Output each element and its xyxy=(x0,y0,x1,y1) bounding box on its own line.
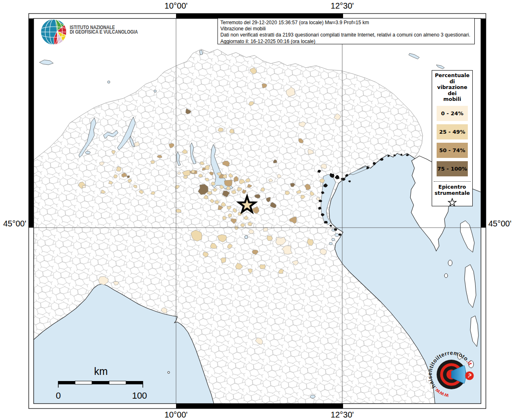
info-line-type: Vibrazione dei mobili xyxy=(220,26,472,32)
info-box: Terremoto del 29-12-2020 15:36:57 (ora l… xyxy=(217,18,475,44)
map-canvas: ? www.haisentitoilterremoto.it km 0 100 xyxy=(0,0,515,420)
legend-swatch-50-74: 50 - 74% xyxy=(437,143,468,158)
legend-swatch-75-100: 75 - 100% xyxy=(437,161,468,176)
legend-swatch-25-49: 25 - 49% xyxy=(437,124,468,139)
legend-epicenter-label: Epicentro strumentale xyxy=(432,184,472,196)
ingv-wordmark: ISTITUTO NAZIONALE DI GEOFISICA E VULCAN… xyxy=(70,25,138,34)
info-line-event: Terremoto del 29-12-2020 15:36:57 (ora l… xyxy=(220,20,472,26)
epicenter-star-icon xyxy=(446,197,458,208)
info-line-updated: Aggiornato il: 16-12-2025 00:16 (ora loc… xyxy=(220,39,472,44)
coord-bottom-left: 10°00' xyxy=(158,410,195,420)
coord-top-left: 10°00' xyxy=(158,1,195,11)
info-line-data: Dati non verificati estratti da 2193 que… xyxy=(220,32,472,38)
legend-box: Percentuale di vibrazione dei mobili 0 -… xyxy=(432,70,473,206)
legend-title: Percentuale di vibrazione dei mobili xyxy=(432,73,472,103)
scale-unit: km xyxy=(94,365,108,377)
ingv-line2: DI GEOFISICA E VULCANOLOGIA xyxy=(70,30,138,34)
legend-swatch-0-24: 0 - 24% xyxy=(437,106,468,121)
coord-right: 45°00' xyxy=(488,219,515,228)
coord-bottom-right: 12°30' xyxy=(324,410,361,420)
scale-end: 100 xyxy=(132,390,147,401)
scale-start: 0 xyxy=(56,390,61,401)
ingv-logo xyxy=(41,19,66,45)
legend-divider xyxy=(434,181,471,182)
coord-top-right: 12°30' xyxy=(324,1,361,11)
map-screenshot: ? www.haisentitoilterremoto.it km 0 100 xyxy=(0,0,515,420)
coord-left: 45°00' xyxy=(0,219,26,228)
